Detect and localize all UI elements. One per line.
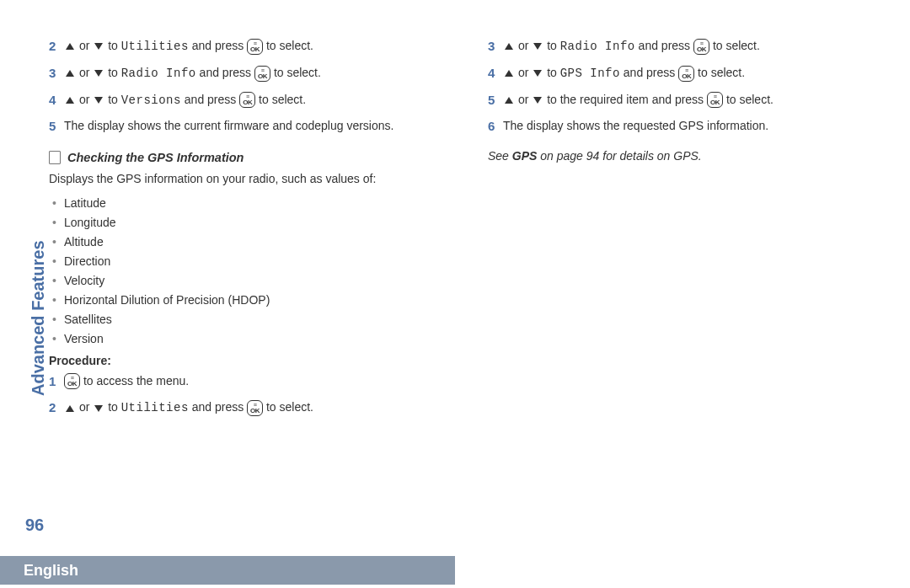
step-number: 5 <box>488 91 503 110</box>
down-arrow-icon <box>533 70 542 77</box>
text-or: or <box>518 39 528 52</box>
step-number: 6 <box>488 117 503 136</box>
right-column: 3 or to Radio Info and press ≡OK to sele… <box>488 32 893 536</box>
up-arrow-icon <box>505 70 513 77</box>
step-body: The display shows the current firmware a… <box>64 117 454 134</box>
text-to-select: to select. <box>259 93 306 106</box>
content-columns: 2 or to Utilities and press ≡OK to selec… <box>49 32 893 536</box>
section-title: Checking the GPS Information <box>67 151 244 164</box>
step-body: or to the required item and press ≡OK to… <box>503 91 893 109</box>
step-body: or to Radio Info and press ≡OK to select… <box>64 64 454 82</box>
r-step-4: 4 or to GPS Info and press ≡OK to select… <box>488 64 893 83</box>
list-item: Horizontal Dilution of Precision (HDOP) <box>52 293 454 307</box>
text-and-press: and press <box>624 66 675 79</box>
up-arrow-icon <box>505 43 513 50</box>
step-body: or to Versions and press ≡OK to select. <box>64 91 454 109</box>
text-to-select: to select. <box>698 66 745 79</box>
step-body: The display shows the requested GPS info… <box>503 117 893 134</box>
list-item: Version <box>52 332 454 345</box>
up-arrow-icon <box>66 405 74 412</box>
up-arrow-icon <box>505 97 513 104</box>
step-number: 4 <box>49 91 64 110</box>
menu-utilities: Utilities <box>121 40 189 53</box>
text-and-press: and press <box>192 39 244 52</box>
ok-button-icon: ≡OK <box>64 373 80 389</box>
menu-radio-info: Radio Info <box>121 67 196 80</box>
footnote-bold: GPS <box>512 149 538 163</box>
menu-utilities: Utilities <box>121 401 189 414</box>
text-to: to <box>547 39 557 52</box>
list-item: Satellites <box>52 313 454 326</box>
text-and-press: and press <box>639 39 690 52</box>
book-icon <box>49 151 61 164</box>
r-step-5: 5 or to the required item and press ≡OK … <box>488 91 893 110</box>
text-to-select: to select. <box>713 39 760 52</box>
text-to: to <box>108 39 118 52</box>
gps-list: Latitude Longitude Altitude Direction Ve… <box>52 196 454 345</box>
text-or: or <box>79 66 89 79</box>
ok-button-icon: ≡OK <box>678 66 694 82</box>
step-body: or to Utilities and press ≡OK to select. <box>64 398 454 416</box>
down-arrow-icon <box>533 97 542 104</box>
down-arrow-icon <box>94 70 103 77</box>
language-bar: English <box>0 556 455 585</box>
text-to-required: to the required item and press <box>547 93 704 106</box>
text-to: to <box>108 400 118 414</box>
up-arrow-icon <box>66 97 74 104</box>
step-number: 5 <box>49 117 64 136</box>
procedure-label: Procedure: <box>49 354 454 367</box>
list-item: Direction <box>52 254 454 268</box>
step-number: 1 <box>49 372 64 391</box>
ok-button-icon: ≡OK <box>254 66 270 82</box>
text-to: to <box>108 66 118 79</box>
step-3: 3 or to Radio Info and press ≡OK to sele… <box>49 64 454 83</box>
step-number: 3 <box>488 37 503 56</box>
up-arrow-icon <box>66 43 74 50</box>
ok-button-icon: ≡OK <box>247 39 263 55</box>
list-item: Velocity <box>52 274 454 287</box>
down-arrow-icon <box>533 43 542 50</box>
step-body: or to GPS Info and press ≡OK to select. <box>503 64 893 82</box>
step-4: 4 or to Versions and press ≡OK to select… <box>49 91 454 110</box>
text-or: or <box>518 66 528 79</box>
proc-step-1: 1 ≡OK to access the menu. <box>49 372 454 391</box>
list-item: Latitude <box>52 196 454 210</box>
text-to-select: to select. <box>274 66 321 79</box>
menu-gps-info: GPS Info <box>560 67 620 80</box>
step-body: ≡OK to access the menu. <box>64 372 454 390</box>
ok-button-icon: ≡OK <box>707 92 723 108</box>
footnote-post: on page 94 for details on GPS. <box>537 149 701 163</box>
text-to-select: to select. <box>266 39 313 52</box>
down-arrow-icon <box>94 43 103 50</box>
page: Advanced Features 96 English 2 or to Uti… <box>0 0 910 588</box>
left-column: 2 or to Utilities and press ≡OK to selec… <box>49 32 454 536</box>
text-and-press: and press <box>192 400 244 414</box>
step-body: or to Utilities and press ≡OK to select. <box>64 37 454 55</box>
ok-button-icon: ≡OK <box>693 39 709 55</box>
text-or: or <box>79 93 89 106</box>
text-or: or <box>79 39 89 52</box>
text-to-select: to select. <box>266 400 313 414</box>
page-number: 96 <box>25 516 44 535</box>
footnote-pre: See <box>488 149 512 163</box>
step-5: 5 The display shows the current firmware… <box>49 117 454 136</box>
list-item: Longitude <box>52 216 454 229</box>
menu-radio-info: Radio Info <box>560 40 635 53</box>
r-step-6: 6 The display shows the requested GPS in… <box>488 117 893 136</box>
step-2: 2 or to Utilities and press ≡OK to selec… <box>49 37 454 56</box>
list-item: Altitude <box>52 235 454 249</box>
ok-button-icon: ≡OK <box>239 92 255 108</box>
step-number: 3 <box>49 64 64 83</box>
intro-text: Displays the GPS information on your rad… <box>49 171 454 188</box>
footnote: See GPS on page 94 for details on GPS. <box>488 149 893 163</box>
step-number: 4 <box>488 64 503 83</box>
step-number: 2 <box>49 398 64 417</box>
text-or: or <box>79 400 89 414</box>
down-arrow-icon <box>94 405 103 412</box>
text-and-press: and press <box>185 93 236 106</box>
text-and-press: and press <box>200 66 251 79</box>
section-side-label: Advanced Features <box>29 240 48 396</box>
text-or: or <box>518 93 528 106</box>
step-body: or to Radio Info and press ≡OK to select… <box>503 37 893 55</box>
text-to-access: to access the menu. <box>83 374 189 388</box>
